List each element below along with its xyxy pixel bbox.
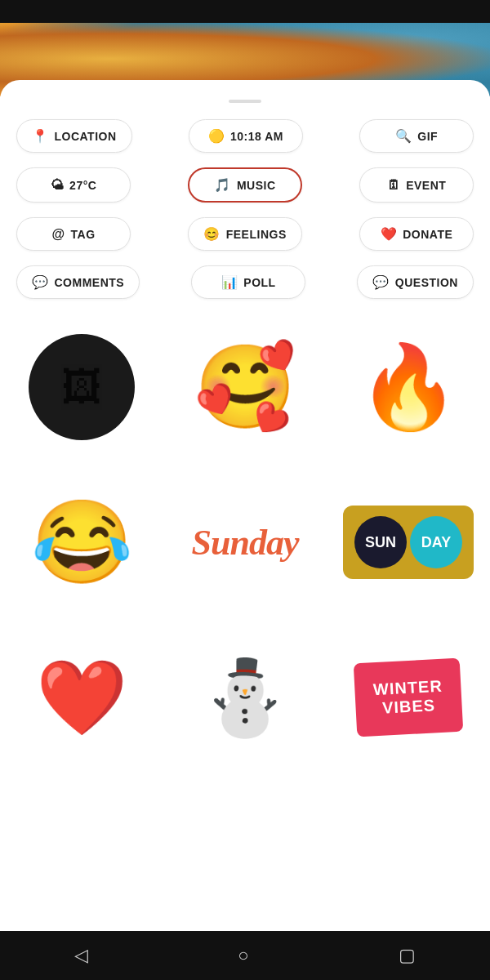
button-row-4: 💬 COMMENTS 📊 POLL 💬 QUESTION: [16, 265, 474, 299]
music-label: MUSIC: [237, 179, 276, 192]
heart-emoji: 🥰: [194, 339, 296, 435]
winter-vibes-text: WINTERVIBES: [354, 658, 464, 737]
event-icon: 🗓: [387, 178, 401, 193]
sticker-row-1: 🥰 🔥: [16, 314, 474, 461]
time-icon: 🟡: [208, 128, 225, 144]
donate-button[interactable]: ❤️ DONATE: [359, 217, 474, 251]
button-row-1: 📍 LOCATION 🟡 10:18 AM 🔍 GIF: [16, 119, 474, 153]
heart-sticker[interactable]: 🥰: [180, 322, 310, 452]
back-button[interactable]: ◁: [74, 945, 88, 966]
tag-label: TAG: [71, 228, 96, 241]
comments-label: COMMENTS: [55, 276, 125, 289]
question-icon: 💬: [372, 274, 390, 290]
event-label: EVENT: [406, 179, 446, 192]
status-bar: [0, 0, 490, 23]
bottom-nav: ◁ ○ ▢: [0, 931, 490, 980]
location-button[interactable]: 📍 LOCATION: [16, 119, 132, 153]
tag-button[interactable]: @ TAG: [16, 217, 131, 251]
temperature-button[interactable]: 🌤 27°C: [16, 167, 131, 203]
donate-icon: ❤️: [381, 226, 398, 242]
feelings-icon: 😊: [203, 226, 220, 242]
feelings-button[interactable]: 😊 FEELINGS: [188, 217, 302, 251]
location-icon: 📍: [32, 128, 49, 144]
fire-sticker[interactable]: 🔥: [343, 322, 474, 452]
poll-button[interactable]: 📊 POLL: [191, 265, 305, 299]
feelings-label: FEELINGS: [226, 228, 287, 241]
question-label: QUESTION: [395, 276, 458, 289]
time-button[interactable]: 🟡 10:18 AM: [189, 119, 303, 153]
heart2-sticker[interactable]: ❤️: [16, 632, 147, 763]
location-label: LOCATION: [55, 130, 117, 143]
sun-icon: 🌤: [51, 178, 65, 193]
button-row-3: @ TAG 😊 FEELINGS ❤️ DONATE: [16, 217, 474, 251]
winter-vibes-sticker[interactable]: WINTERVIBES: [343, 632, 474, 763]
button-row-2: 🌤 27°C 🎵 MUSIC 🗓 EVENT: [16, 167, 474, 203]
question-button[interactable]: 💬 QUESTION: [357, 265, 474, 299]
sticker-panel: 📍 LOCATION 🟡 10:18 AM 🔍 GIF 🌤 27°C 🎵 MUS…: [0, 80, 490, 771]
music-button[interactable]: 🎵 MUSIC: [188, 167, 302, 203]
sticker-row-3: ❤️ ⛄ WINTERVIBES: [16, 624, 474, 771]
event-button[interactable]: 🗓 EVENT: [359, 167, 474, 203]
at-icon: @: [51, 227, 65, 242]
snowman-emoji: ⛄: [199, 655, 291, 741]
panel-handle: [229, 100, 261, 103]
lens-day: DAY: [410, 516, 462, 568]
home-button[interactable]: ○: [238, 945, 248, 966]
poll-label: POLL: [243, 276, 275, 289]
sunday-glasses: SUN DAY: [343, 506, 474, 579]
laugh-emoji: 😂: [31, 494, 133, 590]
comments-button[interactable]: 💬 COMMENTS: [16, 265, 140, 299]
photos-circle: [29, 334, 135, 440]
temperature-label: 27°C: [69, 179, 96, 192]
sticker-row-2: 😂 Sunday SUN DAY: [16, 469, 474, 616]
sunday-sticker[interactable]: Sunday: [180, 477, 310, 608]
laugh-sticker[interactable]: 😂: [16, 477, 147, 608]
gif-button[interactable]: 🔍 GIF: [359, 119, 474, 153]
search-icon: 🔍: [395, 128, 412, 144]
snowman-sticker[interactable]: ⛄: [180, 632, 310, 763]
comments-icon: 💬: [32, 274, 49, 290]
heart2-emoji: ❤️: [36, 655, 127, 741]
poll-icon: 📊: [221, 274, 238, 290]
gif-label: GIF: [417, 130, 438, 143]
time-label: 10:18 AM: [230, 130, 283, 143]
donate-label: DONATE: [403, 228, 452, 241]
fire-emoji: 🔥: [358, 339, 460, 435]
lens-sun: SUN: [354, 516, 407, 568]
recents-button[interactable]: ▢: [399, 945, 416, 966]
sunday-text: Sunday: [192, 522, 299, 564]
photos-sticker[interactable]: [16, 322, 147, 452]
music-icon: 🎵: [214, 177, 231, 193]
sunglasses-sticker[interactable]: SUN DAY: [343, 477, 474, 608]
